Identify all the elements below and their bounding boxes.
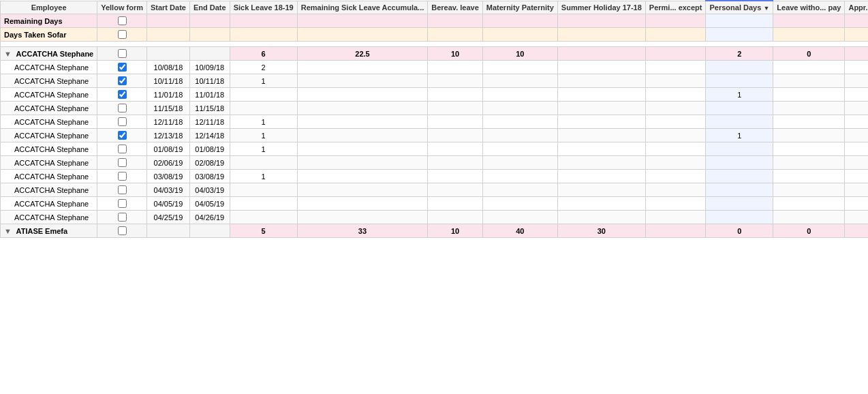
row-yellow-checkbox[interactable] — [118, 145, 127, 153]
group-name-atiase: ▼ ATIASE Emefa — [1, 224, 97, 238]
table-row: ACCATCHA Stephane 03/08/19 03/08/19 1 — [1, 170, 869, 183]
group-yellow-checkbox-accatcha[interactable] — [118, 49, 127, 58]
row-appr-pd: 1 — [845, 197, 868, 211]
row-yellow-checkbox[interactable] — [118, 185, 127, 194]
group-header-accatcha: ▼ ACCATCHA Stephane 6 22.5 10 10 2 0 8 — [1, 47, 869, 61]
row-yellow-checkbox[interactable] — [118, 213, 127, 222]
days-taken-row: Days Taken Sofar — [1, 28, 869, 42]
row-end-date: 03/08/19 — [189, 170, 230, 183]
row-start-date: 12/11/18 — [146, 115, 189, 129]
row-employee-name: ACCATCHA Stephane — [1, 156, 97, 170]
row-employee-name: ACCATCHA Stephane — [1, 142, 97, 156]
row-appr-pd: 1 — [845, 183, 868, 197]
row-start-date: 10/11/18 — [146, 74, 189, 88]
row-yellow-cell[interactable] — [97, 102, 147, 115]
header-maternity: Maternity Paternity — [482, 1, 557, 14]
table-row: ACCATCHA Stephane 12/13/18 12/14/18 1 1 — [1, 129, 869, 142]
row-yellow-cell[interactable] — [97, 170, 147, 183]
row-employee-name: ACCATCHA Stephane — [1, 129, 97, 142]
header-employee: Employee — [1, 1, 97, 14]
accatcha-summary-leave: 0 — [773, 47, 845, 61]
group-yellow-checkbox-atiase[interactable] — [118, 226, 127, 235]
row-sick-leave: 1 — [230, 129, 297, 142]
row-yellow-cell[interactable] — [97, 129, 147, 142]
row-yellow-checkbox[interactable] — [118, 63, 127, 72]
accatcha-summary-sick: 6 — [230, 47, 297, 61]
collapse-icon-accatcha[interactable]: ▼ — [4, 50, 12, 58]
table-row: ACCATCHA Stephane 11/01/18 11/01/18 1 — [1, 88, 869, 102]
accatcha-summary-remaining: 22.5 — [297, 47, 428, 61]
table-row: ACCATCHA Stephane 10/08/18 10/09/18 2 — [1, 61, 869, 74]
table-row: ACCATCHA Stephane 04/25/19 04/26/19 2 — [1, 211, 869, 224]
row-start-date: 03/08/19 — [146, 170, 189, 183]
header-bereav-leave: Bereav. leave — [428, 1, 483, 14]
row-yellow-checkbox[interactable] — [118, 117, 127, 126]
remaining-days-checkbox[interactable] — [118, 16, 127, 25]
row-sick-leave: 1 — [230, 142, 297, 156]
row-yellow-cell[interactable] — [97, 197, 147, 211]
header-end-date: End Date — [189, 1, 230, 14]
row-start-date: 04/05/19 — [146, 197, 189, 211]
row-appr-pd: 2 — [845, 211, 868, 224]
row-personal-days: 1 — [706, 129, 773, 142]
row-yellow-cell[interactable] — [97, 211, 147, 224]
row-start-date: 11/01/18 — [146, 88, 189, 102]
remaining-days-checkbox-cell[interactable] — [97, 14, 147, 28]
group-checkbox-atiase[interactable] — [97, 224, 147, 238]
row-yellow-cell[interactable] — [97, 156, 147, 170]
row-appr-pd: 1 — [845, 102, 868, 115]
table-row: ACCATCHA Stephane 12/11/18 12/11/18 1 — [1, 115, 869, 129]
row-start-date: 04/03/19 — [146, 183, 189, 197]
row-personal-days: 1 — [706, 88, 773, 102]
row-yellow-checkbox[interactable] — [118, 158, 127, 167]
row-yellow-checkbox[interactable] — [118, 90, 127, 99]
row-yellow-checkbox[interactable] — [118, 172, 127, 181]
days-taken-checkbox[interactable] — [118, 30, 127, 39]
row-yellow-cell[interactable] — [97, 74, 147, 88]
remaining-days-label: Remaining Days — [1, 14, 97, 28]
atiase-summary-bereav: 10 — [428, 224, 483, 238]
header-leave-without: Leave witho... pay — [773, 1, 845, 14]
row-end-date: 02/08/19 — [189, 156, 230, 170]
group-name-accatcha: ▼ ACCATCHA Stephane — [1, 47, 97, 61]
row-yellow-cell[interactable] — [97, 88, 147, 102]
row-end-date: 11/01/18 — [189, 88, 230, 102]
atiase-summary-remaining: 33 — [297, 224, 428, 238]
row-yellow-checkbox[interactable] — [118, 131, 127, 140]
row-yellow-checkbox[interactable] — [118, 76, 127, 85]
table-row: ACCATCHA Stephane 04/05/19 04/05/19 1 — [1, 197, 869, 211]
table-row: ACCATCHA Stephane 02/06/19 02/08/19 3 — [1, 156, 869, 170]
row-yellow-cell[interactable] — [97, 183, 147, 197]
row-employee-name: ACCATCHA Stephane — [1, 170, 97, 183]
row-start-date: 12/13/18 — [146, 129, 189, 142]
row-end-date: 10/09/18 — [189, 61, 230, 74]
table-row: ACCATCHA Stephane 01/08/19 01/08/19 1 — [1, 142, 869, 156]
days-taken-checkbox-cell[interactable] — [97, 28, 147, 42]
days-taken-label: Days Taken Sofar — [1, 28, 97, 42]
accatcha-summary-bereav: 10 — [428, 47, 483, 61]
accatcha-summary-personal: 2 — [706, 47, 773, 61]
header-summer-holiday: Summer Holiday 17-18 — [557, 1, 645, 14]
collapse-icon-atiase[interactable]: ▼ — [4, 227, 12, 235]
row-end-date: 04/03/19 — [189, 183, 230, 197]
header-remaining-sick: Remaining Sick Leave Accumula... — [297, 1, 428, 14]
row-end-date: 01/08/19 — [189, 142, 230, 156]
row-yellow-checkbox[interactable] — [118, 104, 127, 112]
row-sick-leave: 1 — [230, 170, 297, 183]
accatcha-summary-maternity: 10 — [482, 47, 557, 61]
atiase-summary-personal: 0 — [706, 224, 773, 238]
row-yellow-checkbox[interactable] — [118, 199, 127, 208]
row-employee-name: ACCATCHA Stephane — [1, 102, 97, 115]
row-yellow-cell[interactable] — [97, 115, 147, 129]
remaining-days-row: Remaining Days — [1, 14, 869, 28]
row-yellow-cell[interactable] — [97, 142, 147, 156]
group-checkbox-accatcha[interactable] — [97, 47, 147, 61]
main-table: Employee Yellow form Start Date End Date… — [0, 0, 868, 238]
row-employee-name: ACCATCHA Stephane — [1, 211, 97, 224]
personal-days-dropdown-icon[interactable]: ▼ — [763, 5, 769, 12]
row-yellow-cell[interactable] — [97, 61, 147, 74]
row-employee-name: ACCATCHA Stephane — [1, 74, 97, 88]
row-sick-leave: 1 — [230, 74, 297, 88]
row-sick-leave: 2 — [230, 61, 297, 74]
spacer-row — [1, 42, 869, 47]
